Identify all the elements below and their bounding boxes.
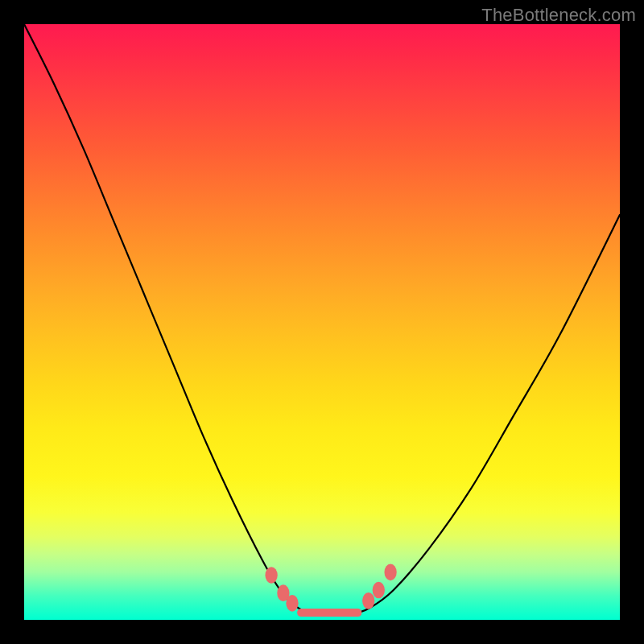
- curve-marker: [384, 564, 396, 580]
- plot-area: [24, 24, 620, 620]
- curve-marker: [373, 582, 385, 599]
- bottleneck-curve: [24, 24, 620, 620]
- curve-marker: [265, 567, 277, 584]
- chart-frame: TheBottleneck.com: [0, 0, 644, 644]
- watermark-text: TheBottleneck.com: [481, 5, 636, 26]
- curve-marker: [362, 592, 374, 609]
- curve-marker: [277, 584, 289, 601]
- curve-marker: [286, 595, 298, 612]
